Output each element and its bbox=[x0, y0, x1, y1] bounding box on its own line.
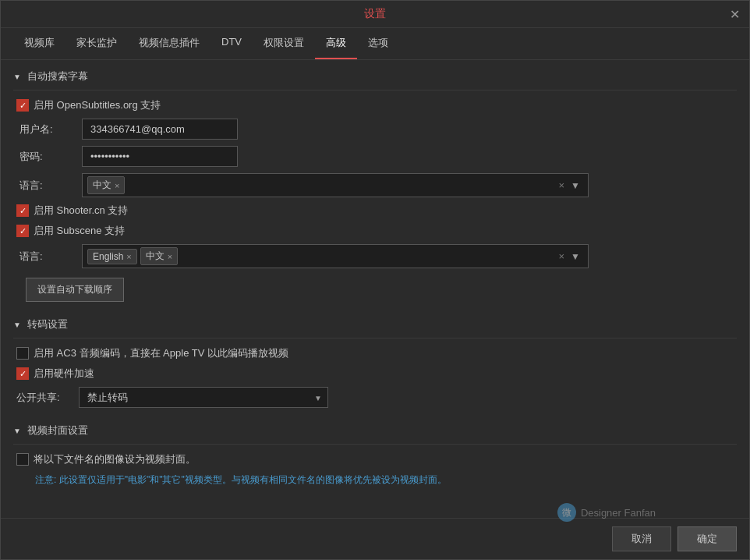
password-row: 密码: bbox=[13, 146, 737, 167]
tab-library[interactable]: 视频库 bbox=[13, 28, 65, 59]
public-share-label: 公开共享: bbox=[16, 391, 79, 405]
watermark-icon-text: 微 bbox=[562, 506, 571, 519]
tab-advanced[interactable]: 高级 bbox=[315, 28, 357, 59]
ac3-checkbox[interactable] bbox=[16, 347, 29, 360]
settings-dialog: 设置 ✕ 视频库 家长监护 视频信息插件 DTV 权限设置 高级 选项 ▼ 自动… bbox=[0, 0, 750, 560]
public-share-row: 公开共享: 禁止转码 允许转码 bbox=[13, 387, 737, 408]
opensubtitles-row: 启用 OpenSubtitles.org 支持 bbox=[13, 98, 737, 112]
tab-bar: 视频库 家长监护 视频信息插件 DTV 权限设置 高级 选项 bbox=[1, 28, 749, 60]
tab-permissions[interactable]: 权限设置 bbox=[253, 28, 315, 59]
chevron-icon: ▼ bbox=[13, 73, 21, 81]
subscene-label[interactable]: 启用 Subscene 支持 bbox=[34, 224, 125, 238]
opensubtitles-label[interactable]: 启用 OpenSubtitles.org 支持 bbox=[34, 98, 161, 112]
subscene-dropdown-arrow-icon[interactable]: ▼ bbox=[568, 251, 583, 262]
set-order-button[interactable]: 设置自动下载顺序 bbox=[26, 278, 124, 302]
watermark-icon: 微 bbox=[557, 503, 576, 522]
tab-options[interactable]: 选项 bbox=[357, 28, 399, 59]
cancel-button[interactable]: 取消 bbox=[612, 526, 671, 551]
dialog-title: 设置 bbox=[364, 7, 386, 21]
confirm-button[interactable]: 确定 bbox=[677, 526, 737, 551]
hardware-row: 启用硬件加速 bbox=[13, 367, 737, 381]
cover-option-row: 将以下文件名的图像设为视频封面。 bbox=[13, 452, 737, 466]
tab-parental[interactable]: 家长监护 bbox=[65, 28, 128, 59]
language-tag-zhcn: 中文 × bbox=[87, 176, 125, 194]
cover-option-checkbox[interactable] bbox=[16, 453, 29, 466]
cover-option-label[interactable]: 将以下文件名的图像设为视频封面。 bbox=[34, 452, 196, 466]
transcode-section-header[interactable]: ▼ 转码设置 bbox=[13, 308, 737, 338]
tag-close-en[interactable]: × bbox=[126, 252, 131, 261]
hardware-checkbox[interactable] bbox=[16, 367, 29, 380]
shooter-checkbox[interactable] bbox=[16, 204, 29, 217]
ac3-row: 启用 AC3 音频编码，直接在 Apple TV 以此编码播放视频 bbox=[13, 346, 737, 360]
subscene-language-row: 语言: English × 中文 × × ▼ bbox=[13, 244, 737, 268]
close-button[interactable]: ✕ bbox=[730, 7, 740, 22]
tab-plugin[interactable]: 视频信息插件 bbox=[128, 28, 210, 59]
opensubtitles-language-label: 语言: bbox=[19, 179, 82, 193]
watermark: 微 Designer Fanfan bbox=[557, 503, 656, 522]
shooter-row: 启用 Shooter.cn 支持 bbox=[13, 204, 737, 218]
public-share-select-wrapper: 禁止转码 允许转码 bbox=[79, 387, 328, 408]
auto-subtitle-section-header[interactable]: ▼ 自动搜索字幕 bbox=[13, 60, 737, 90]
content-area: ▼ 自动搜索字幕 启用 OpenSubtitles.org 支持 用户名: 密码… bbox=[1, 60, 749, 518]
password-label: 密码: bbox=[19, 150, 82, 164]
subscene-checkbox[interactable] bbox=[16, 225, 29, 237]
opensubtitles-language-input[interactable]: 中文 × × ▼ bbox=[82, 173, 589, 197]
username-row: 用户名: bbox=[13, 119, 737, 140]
subscene-language-label: 语言: bbox=[19, 250, 82, 264]
auto-subtitle-label: 自动搜索字幕 bbox=[27, 69, 88, 83]
tag-label-en: English bbox=[93, 251, 123, 262]
tab-dtv[interactable]: DTV bbox=[210, 28, 253, 59]
username-input[interactable] bbox=[82, 119, 238, 140]
transcode-label: 转码设置 bbox=[27, 317, 68, 331]
tag-label: 中文 bbox=[93, 179, 111, 192]
public-share-select[interactable]: 禁止转码 允许转码 bbox=[79, 387, 328, 408]
username-label: 用户名: bbox=[19, 122, 82, 136]
dropdown-arrow-icon[interactable]: ▼ bbox=[568, 180, 583, 191]
clear-tags-button[interactable]: × bbox=[556, 179, 568, 191]
language-tag-english: English × bbox=[87, 249, 137, 264]
subscene-language-input[interactable]: English × 中文 × × ▼ bbox=[82, 244, 589, 268]
transcode-chevron-icon: ▼ bbox=[13, 321, 21, 329]
set-order-row: 设置自动下载顺序 bbox=[13, 275, 737, 302]
tag-label-zh: 中文 bbox=[146, 250, 165, 263]
shooter-label[interactable]: 启用 Shooter.cn 支持 bbox=[34, 204, 128, 218]
hardware-label[interactable]: 启用硬件加速 bbox=[34, 367, 94, 381]
footer: 微 Designer Fanfan 取消 确定 bbox=[1, 518, 749, 559]
opensubtitles-language-row: 语言: 中文 × × ▼ bbox=[13, 173, 737, 197]
password-input[interactable] bbox=[82, 146, 238, 167]
cover-label: 视频封面设置 bbox=[27, 424, 88, 438]
watermark-text: Designer Fanfan bbox=[581, 507, 656, 519]
title-bar: 设置 ✕ bbox=[1, 1, 749, 28]
clear-subscene-tags-button[interactable]: × bbox=[556, 250, 568, 262]
cover-chevron-icon: ▼ bbox=[13, 427, 21, 435]
opensubtitles-checkbox[interactable] bbox=[16, 99, 29, 112]
cover-section-header[interactable]: ▼ 视频封面设置 bbox=[13, 414, 737, 445]
tag-close-zhcn[interactable]: × bbox=[115, 181, 119, 190]
cover-note: 注意: 此设置仅适用于"电影"和"其它"视频类型。与视频有相同文件名的图像将优先… bbox=[13, 473, 737, 487]
subscene-row: 启用 Subscene 支持 bbox=[13, 224, 737, 238]
tag-close-zh[interactable]: × bbox=[168, 252, 172, 261]
language-tag-zh: 中文 × bbox=[140, 247, 178, 265]
ac3-label[interactable]: 启用 AC3 音频编码，直接在 Apple TV 以此编码播放视频 bbox=[34, 346, 288, 360]
